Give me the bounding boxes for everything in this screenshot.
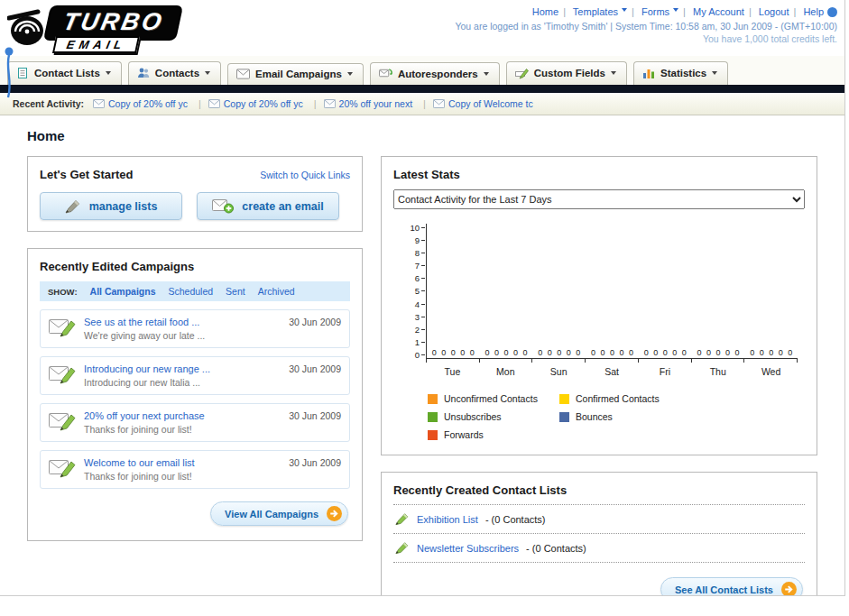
stats-period-select[interactable]: Contact Activity for the Last 7 Days (393, 189, 805, 209)
campaign-title-link[interactable]: Introducing our new range ... (84, 363, 281, 374)
view-all-campaigns-label: View All Campaigns (225, 509, 318, 519)
recent-activity-label: Recent Activity: (13, 98, 84, 109)
header: TURBO EMAIL Home Templates Forms My Acco… (0, 0, 844, 56)
create-email-button[interactable]: create an email (197, 192, 339, 220)
recent-activity-item[interactable]: Copy of 20% off yc (93, 98, 208, 109)
logo-email-box: EMAIL (52, 36, 140, 53)
custom-fields-icon (515, 67, 529, 79)
filter-all-campaigns[interactable]: All Campaigns (90, 286, 156, 297)
contact-count: - (0 Contacts) (526, 543, 586, 554)
tab-label: Statistics (660, 68, 706, 78)
campaign-subtitle: We're giving away our late ... (84, 330, 281, 341)
chart-value-labels: 0 0 0 0 0 (586, 348, 639, 357)
chevron-down-icon (611, 71, 616, 78)
chart-value-labels: 0 0 0 0 0 (532, 348, 586, 357)
x-axis-label: Thu (691, 366, 744, 377)
chevron-down-icon (484, 72, 489, 78)
legend-label: Unconfirmed Contacts (444, 393, 538, 404)
tab-label: Contact Lists (34, 68, 100, 78)
manage-lists-button[interactable]: manage lists (40, 192, 182, 220)
y-axis-tick: 8 (393, 249, 425, 257)
statistics-icon (642, 67, 655, 79)
legend-swatch (428, 394, 438, 404)
help-icon[interactable] (827, 7, 837, 17)
tab-contact-lists[interactable]: Contact Lists (7, 61, 122, 85)
campaign-date: 30 Jun 2009 (289, 457, 341, 468)
top-link-logout[interactable]: Logout (759, 6, 789, 17)
legend-label: Confirmed Contacts (576, 393, 660, 404)
y-axis-tick: 9 (393, 236, 425, 244)
recent-contact-lists-panel: Recently Created Contact Lists Exhibitio… (381, 472, 817, 596)
campaign-date: 30 Jun 2009 (289, 317, 341, 327)
recent-activity-link[interactable]: Copy of Welcome tc (448, 98, 533, 109)
campaign-subtitle: Introducing our new Italia ... (84, 377, 281, 388)
chart-value-labels: 0 0 0 0 0 (427, 348, 480, 357)
filter-scheduled[interactable]: Scheduled (168, 286, 213, 297)
contact-list-link[interactable]: Newsletter Subscribers (417, 543, 519, 554)
campaign-title-link[interactable]: Welcome to our email list (84, 457, 281, 468)
main-nav: Contact Lists Contacts Email Campaigns A… (0, 56, 844, 85)
switch-quick-links-link[interactable]: Switch to Quick Links (260, 170, 350, 180)
top-link-home[interactable]: Home (532, 6, 558, 17)
recent-activity-link[interactable]: 20% off your next (339, 98, 413, 109)
legend-item: Unconfirmed Contacts (428, 393, 559, 404)
y-axis-tick: 7 (393, 262, 425, 270)
campaign-subtitle: Thanks for joining our list! (84, 424, 281, 435)
recent-activity-item[interactable]: Copy of Welcome tc (433, 98, 533, 109)
campaign-title-link[interactable]: See us at the retail food ... (84, 317, 281, 327)
campaign-filter-bar: SHOW: All Campaigns Scheduled Sent Archi… (40, 281, 350, 301)
email-campaigns-icon (236, 69, 250, 79)
filter-archived[interactable]: Archived (258, 286, 295, 297)
logo: TURBO EMAIL (7, 4, 269, 56)
tab-contacts[interactable]: Contacts (128, 61, 221, 85)
tab-label: Email Campaigns (255, 69, 342, 79)
top-link-templates[interactable]: Templates (573, 6, 627, 17)
tab-autoresponders[interactable]: Autoresponders (370, 62, 500, 85)
tab-custom-fields[interactable]: Custom Fields (506, 61, 627, 85)
top-link-my-account[interactable]: My Account (693, 6, 744, 17)
chevron-down-icon (347, 72, 353, 78)
contact-lists-title: Recently Created Contact Lists (393, 483, 805, 505)
chart-value-labels: 0 0 0 0 0 (744, 348, 798, 357)
contact-activity-chart: 109876543210 0 0 0 0 00 0 0 0 00 0 0 0 0… (393, 224, 798, 377)
x-axis-label: Mon (479, 366, 532, 377)
top-link-help[interactable]: Help (803, 6, 824, 17)
contact-list-link[interactable]: Exhibition List (417, 514, 478, 525)
legend-swatch (559, 394, 569, 404)
latest-stats-panel: Latest Stats Contact Activity for the La… (381, 156, 817, 455)
campaigns-title: Recently Edited Campaigns (40, 260, 350, 273)
recent-activity-link[interactable]: Copy of 20% off yc (108, 98, 188, 109)
y-axis-tick: 0 (393, 351, 425, 359)
envelope-plus-icon (212, 198, 234, 214)
y-axis-tick: 1 (393, 338, 425, 346)
chart-value-labels: 0 0 0 0 0 (639, 348, 692, 357)
tab-statistics[interactable]: Statistics (633, 61, 728, 85)
view-all-campaigns-button[interactable]: View All Campaigns (210, 501, 348, 526)
top-link-forms[interactable]: Forms (641, 6, 678, 17)
y-axis-tick: 3 (393, 313, 425, 321)
recent-activity-link[interactable]: Copy of 20% off yc (224, 98, 303, 109)
campaign-date: 30 Jun 2009 (289, 410, 341, 421)
separator (678, 6, 690, 17)
x-axis-label: Sat (586, 366, 639, 377)
campaign-list-item: See us at the retail food ... We're givi… (40, 309, 350, 348)
tab-label: Autoresponders (398, 69, 478, 79)
campaign-edit-icon (49, 317, 76, 338)
campaign-title-link[interactable]: 20% off your next purchase (84, 410, 281, 421)
y-axis-tick: 10 (393, 224, 425, 232)
logo-swirl-icon (7, 7, 51, 49)
campaign-edit-icon (49, 410, 76, 432)
x-axis-label: Fri (638, 366, 691, 377)
separator (744, 6, 756, 17)
recent-activity-item[interactable]: 20% off your next (324, 98, 433, 109)
get-started-panel: Let's Get Started Switch to Quick Links … (27, 156, 363, 232)
see-all-contact-lists-label: See All Contact Lists (675, 584, 773, 595)
envelope-icon (93, 99, 105, 108)
recent-activity-item[interactable]: Copy of 20% off yc (208, 98, 324, 109)
logo-text-email: EMAIL (65, 38, 127, 51)
separator (789, 6, 800, 17)
filter-sent[interactable]: Sent (226, 286, 245, 297)
chart-x-labels: TueMonSunSatFriThuWed (426, 363, 798, 377)
tab-email-campaigns[interactable]: Email Campaigns (227, 63, 364, 85)
see-all-contact-lists-button[interactable]: See All Contact Lists (660, 577, 803, 596)
